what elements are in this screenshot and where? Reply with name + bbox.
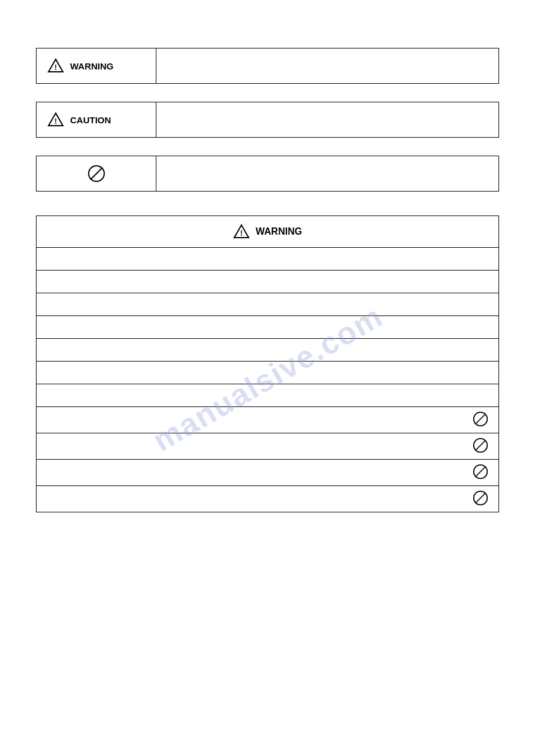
table-row (37, 316, 498, 339)
warning-label-text: WARNING (70, 61, 114, 71)
table-row (37, 271, 498, 293)
svg-line-11 (475, 440, 486, 451)
warning-notice-label: ! WARNING (37, 48, 156, 83)
table-row (37, 407, 498, 433)
table-row (37, 433, 498, 460)
nosymbol-notice-label (37, 156, 156, 191)
no-symbol-icon (87, 164, 106, 183)
table-row (37, 486, 498, 512)
svg-text:!: ! (55, 63, 57, 72)
no-symbol-icon-row11 (472, 490, 489, 508)
nosymbol-notice-box (36, 156, 499, 192)
no-symbol-icon-row8 (472, 411, 489, 429)
warning-triangle-icon: ! (47, 57, 64, 74)
table-row (37, 293, 498, 316)
nosymbol-notice-content (156, 156, 498, 191)
warning-table-header: ! WARNING (37, 216, 498, 248)
caution-label-text: CAUTION (70, 115, 111, 125)
table-row (37, 460, 498, 486)
no-symbol-icon-row10 (472, 463, 489, 482)
warning-table: ! WARNING (36, 215, 499, 512)
warning-notice-content (156, 48, 498, 83)
table-row (37, 248, 498, 271)
caution-notice-content (156, 102, 498, 137)
svg-text:!: ! (240, 229, 243, 238)
svg-line-15 (475, 493, 486, 503)
table-row (37, 384, 498, 407)
warning-table-triangle-icon: ! (233, 223, 250, 240)
table-row (37, 339, 498, 362)
svg-text:!: ! (55, 117, 57, 126)
table-row (37, 362, 498, 384)
caution-triangle-icon: ! (47, 111, 64, 128)
caution-notice-label: ! CAUTION (37, 102, 156, 137)
svg-line-9 (475, 414, 486, 424)
caution-notice-box: ! CAUTION (36, 102, 499, 138)
svg-line-5 (90, 168, 102, 180)
warning-table-header-label: WARNING (256, 226, 302, 237)
warning-notice-box: ! WARNING (36, 48, 499, 84)
page-content: ! WARNING ! CAUTION (0, 0, 535, 548)
no-symbol-icon-row9 (472, 437, 489, 456)
svg-line-13 (475, 466, 486, 477)
